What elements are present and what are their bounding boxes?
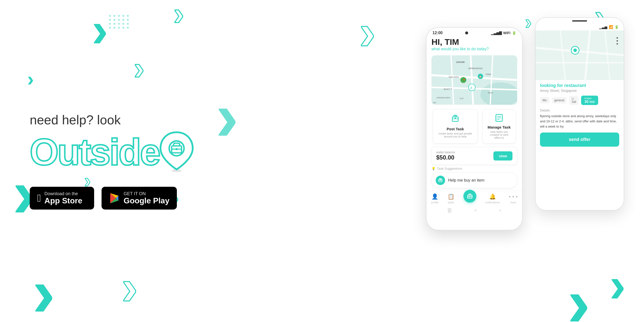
google-play-button[interactable]: GET IT ON Google Play [102,187,177,210]
manage-task-icon [487,114,512,124]
wallet-section: wallet balance $50.00 view [432,147,517,165]
svg-point-19 [616,43,618,44]
phone-back-content: looking for restaurant Amoy Street, Sing… [536,80,624,150]
google-play-text: GET IT ON Google Play [124,191,170,205]
svg-point-44 [454,118,456,119]
phone-back-notch [572,20,587,22]
action-card-manage-task[interactable]: Manage Task view tasks you created or se… [482,109,516,144]
deco-chevron-1: › [92,5,108,54]
status-time: 12:00 [432,31,443,35]
wallet-amount: $50.00 [436,154,455,161]
svg-text:Sento: Sento [488,92,493,94]
tagline: need help? look [30,112,198,127]
svg-point-53 [440,180,441,180]
svg-text:JOHOR: JOHOR [456,61,465,64]
map-svg: JOHOR SEMBAWANG Night Safari YISHI BUKIT… [432,55,517,105]
suggestion-chip-icon [436,176,445,185]
meta-person: Wu [540,97,550,104]
dot-grid-1 [109,15,129,29]
phone-back-status: ▁▃▅ 📶 🔋 [536,22,624,30]
app-store-label-large: App Store [44,196,82,205]
nav-center-button[interactable] [464,190,476,202]
greeting-sub: what would you like to do today? [432,47,517,51]
phones-container: ▁▃▅ 📶 🔋 looki [414,12,624,310]
svg-text:2: 2 [470,86,472,89]
deco-chevron-4: › [27,69,34,89]
right-action-cards: Manage Task view tasks you created or se… [481,108,517,145]
logo-text: Outside [30,134,159,171]
post-task-desc: create tasks and get people around you t… [437,132,473,138]
svg-rect-9 [536,30,624,80]
svg-point-18 [616,40,618,42]
meta-date-label: by [572,97,576,100]
phone-main: 12:00 ▁▃▅▇ WiFi 🔋 HI, TIM what would you… [426,27,523,230]
task-meta: Wu general by Sat budget: 30 SGD [540,96,619,105]
task-title-back: looking for restaurant [540,83,619,88]
map-back-svg [536,30,624,80]
google-play-label-small: GET IT ON [124,191,170,196]
suggestion-label: Help me buy an item [448,178,484,182]
manage-task-title: Manage Task [487,125,512,129]
nav-notifications[interactable]: 🔔 notifications [485,194,500,204]
google-play-label-large: Google Play [124,196,170,205]
signal-icon: ▁▃▅ [599,25,607,29]
store-buttons:  Download on the App Store GET IT ON Go… [30,187,198,210]
post-task-title: Post Task [437,127,473,131]
wallet-label: wallet balance [436,150,455,154]
nav-profile[interactable]: 👤 profile [431,194,438,204]
send-offer-button[interactable]: send offer [540,132,619,147]
post-task-icon [437,114,473,125]
wifi-status: WiFi [503,31,510,35]
svg-text:LAY: LAY [433,102,436,104]
apple-icon:  [37,192,41,204]
logo-pin-icon [157,130,196,174]
signal-bars: ▁▃▅▇ [491,31,502,35]
svg-text:Night Safari: Night Safari [448,76,459,78]
meta-currency: SGD [589,100,595,103]
nav-more[interactable]: • • • more [509,194,518,204]
nav-tasks[interactable]: 📋 tasks [448,194,454,204]
app-store-text: Download on the App Store [44,191,82,205]
home-back: ‹ [499,207,501,213]
app-store-button[interactable]:  Download on the App Store [30,187,94,210]
svg-text:🏠: 🏠 [479,75,482,78]
suggestion-chip[interactable]: Help me buy an item [432,172,517,188]
action-card-post-task[interactable]: Post Task create tasks and get people ar… [433,109,478,144]
wallet-info: wallet balance $50.00 [436,150,455,161]
phone-back: ▁▃▅ 📶 🔋 looki [535,17,624,210]
deco-chevron-11: › [121,262,138,312]
svg-text:📍: 📍 [462,78,466,82]
svg-text:SEMBAWANG: SEMBAWANG [468,67,482,70]
more-icon: • • • [509,194,518,200]
task-addr: Amoy Street, Singapore [540,89,619,93]
phone-content: HI, TIM what would you like to do today?… [426,37,522,188]
google-play-icon [109,193,120,204]
deco-chevron-6: › [216,82,238,151]
details-text: flyering outside store and along amoy, w… [540,114,619,129]
deco-chevron-10: › [32,258,55,322]
logo-container: Outside [30,130,198,174]
phone-back-map [536,30,624,80]
suggestions-text: Task Suggestions [437,167,462,170]
svg-point-16 [574,48,577,52]
task-suggestions: 💡 Task Suggestions Help me buy an item [432,167,517,188]
svg-text:JURONG EAST: JURONG EAST [436,96,450,99]
manage-task-desc: view tasks you created or sent offers to [487,130,512,139]
camera-dot [465,32,468,34]
meta-date-value: Sat [572,100,576,104]
tasks-icon: 📋 [448,194,454,200]
battery-icon: 🔋 [614,25,619,29]
home-recents: ||| [448,207,452,213]
meta-budget: budget: 30 SGD [581,96,598,105]
tasks-label: tasks [448,201,454,204]
action-grid: Post Task create tasks and get people ar… [432,108,517,145]
deco-chevron-2: › [174,0,184,30]
suggestions-icon: 💡 [432,167,436,170]
left-section: need help? look Outside  Download on th… [30,112,198,210]
meta-budget-label: budget: [584,97,595,100]
home-indicator: ||| ○ ‹ [426,205,522,215]
svg-rect-4 [176,148,178,150]
svg-point-17 [616,37,618,39]
view-wallet-button[interactable]: view [494,151,512,160]
meta-date: by Sat [569,96,578,105]
